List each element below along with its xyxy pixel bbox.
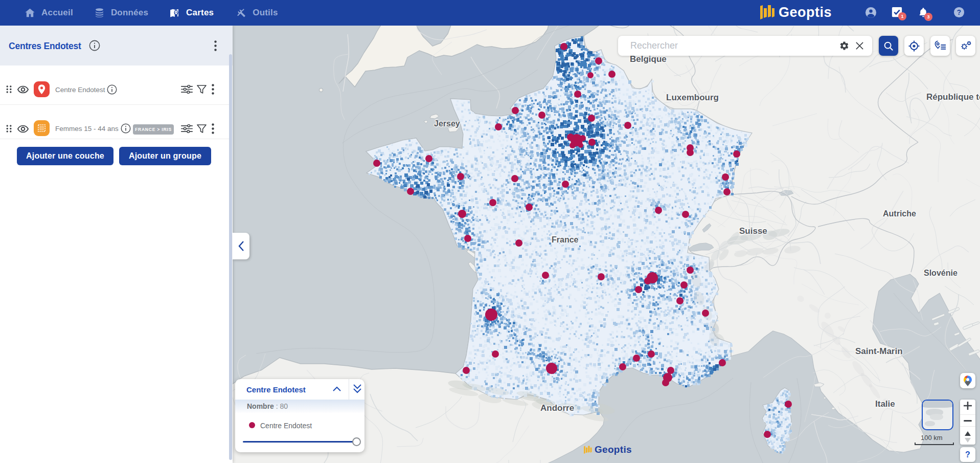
svg-text:?: ? — [957, 9, 961, 16]
